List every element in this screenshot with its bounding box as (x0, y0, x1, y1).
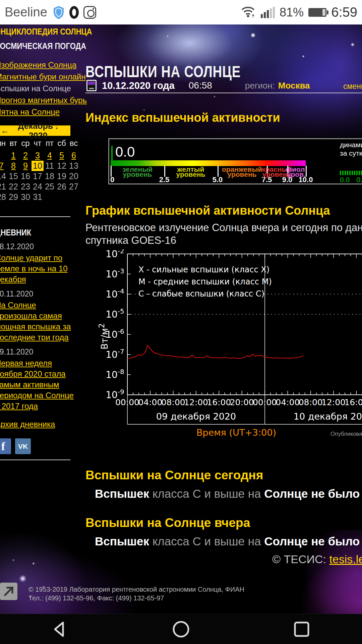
chart-legend-line: C - слабые вспышки (класс C) (138, 288, 272, 300)
sidebar-link: Вспышки на Солнце (0, 84, 80, 93)
svg-text:08:00: 08:00 (299, 397, 323, 407)
calendar-day[interactable]: 9 (19, 161, 32, 171)
diary-entry-date: 09.11.2020 (0, 347, 80, 357)
calendar-day[interactable]: 25 (44, 181, 56, 192)
calendar-day[interactable]: 5 (56, 150, 68, 161)
calendar-header: ← Декабрь : 2020 (0, 125, 70, 136)
diary-entry-link[interactable]: Первая неделя ноября 2020 стала самым ак… (0, 358, 80, 412)
calendar-weekday: сб (56, 138, 68, 148)
chart-legend-line: M - средние вспышки (класс M) (138, 276, 272, 288)
calendar-day[interactable]: 6 (68, 150, 80, 161)
dynamics-bars (340, 171, 362, 175)
calendar-day[interactable]: 31 (32, 192, 44, 202)
diary-entry: 30.11.2020На Солнце произошла самая мощн… (0, 289, 80, 343)
calendar-day[interactable]: 18 (44, 171, 56, 181)
diary-archive-link[interactable]: Архив дневника (0, 419, 80, 430)
recents-button[interactable] (291, 619, 312, 640)
calendar-day[interactable]: 21 (0, 181, 7, 192)
diary-entry-link[interactable]: На Солнце произошла самая мощная вспышка… (0, 300, 80, 343)
calendar-day[interactable]: 24 (32, 181, 44, 192)
calendar-day[interactable]: 17 (32, 171, 44, 181)
gauge-zone-label: зеленыйуровень (112, 167, 163, 177)
calendar-day[interactable]: 10 (32, 161, 44, 171)
svg-text:20:00: 20:00 (230, 397, 254, 407)
facebook-icon[interactable]: f (0, 438, 11, 454)
flares-yesterday-text: Вспышек класса C и выше на Солнце не был… (95, 535, 360, 548)
vk-icon[interactable]: VK (15, 438, 31, 454)
calendar-day[interactable]: 27 (68, 181, 80, 192)
calendar-day[interactable]: 11 (44, 161, 56, 171)
chart-y-axis-label: Вт/м2 (97, 323, 110, 350)
svg-text:12:00: 12:00 (184, 397, 208, 407)
sidebar-links: Изображения СолнцаМагнитные бури онлайнВ… (0, 60, 80, 117)
gauge-cursor (111, 146, 113, 161)
graph-section-heading: График вспышечной активности Солнца (85, 204, 330, 218)
tesis-link[interactable]: tesis.le (329, 553, 362, 566)
diary-entry-date: 08.12.2020 (0, 242, 80, 251)
sidebar-link[interactable]: Магнитные бури онлайн (0, 72, 80, 82)
sidebar-divider (0, 216, 70, 217)
calendar-day[interactable]: 30 (19, 192, 32, 202)
current-time: 06:58 (189, 80, 212, 91)
battery-percent: 81% (280, 5, 304, 19)
diary-entry: 09.11.2020Первая неделя ноября 2020 стал… (0, 347, 80, 412)
calendar-weekdays: пнвтсрчтптсбвс (0, 138, 80, 148)
calendar-day[interactable]: 8 (7, 161, 19, 171)
calendar-day[interactable]: 28 (0, 192, 7, 202)
publish-link[interactable]: Опубликовать (330, 431, 362, 437)
svg-text:10-8: 10-8 (106, 368, 124, 380)
sidebar-item-space-weather[interactable]: КОСМИЧЕСКАЯ ПОГОДА (0, 41, 70, 51)
dynamics-label: динамика за сутки (340, 141, 362, 157)
calendar-day[interactable]: 13 (68, 161, 80, 171)
home-button[interactable] (170, 619, 192, 640)
calendar-prev-arrow[interactable]: ← (0, 126, 12, 136)
calendar-day[interactable]: 15 (7, 171, 19, 181)
calendar-weekday: пт (44, 138, 56, 148)
svg-text:08:00: 08:00 (161, 397, 185, 407)
svg-text:10-3: 10-3 (106, 267, 124, 280)
change-region-link[interactable]: сменить (343, 82, 362, 91)
android-nav-bar (0, 614, 362, 644)
graph-subtitle: Рентгеновское излучение Солнца вчера и с… (85, 221, 362, 247)
page-title: ВСПЫШКИ НА СОЛНЦЕ (85, 62, 241, 81)
dynamics-values: 0.00.0 (340, 176, 362, 184)
diary-entries: 08.12.2020Солнце ударит по Земле в ночь … (0, 242, 80, 412)
calendar-title: Декабрь : 2020 (12, 121, 70, 141)
calendar-day[interactable]: 14 (0, 171, 7, 181)
calendar-day[interactable]: 20 (68, 171, 80, 181)
sidebar-link[interactable]: Прогноз магнитных бурь (0, 96, 80, 105)
calendar-day[interactable]: 1 (7, 150, 19, 161)
calendar-day[interactable]: 3 (32, 150, 44, 161)
sidebar-link[interactable]: Изображения Солнца (0, 60, 80, 70)
calendar-day[interactable]: 2 (19, 150, 32, 161)
calendar-day[interactable]: 4 (44, 150, 56, 161)
calendar-day[interactable]: 16 (19, 171, 32, 181)
calendar-day[interactable]: 12 (56, 161, 68, 171)
calendar-day[interactable]: 26 (56, 181, 68, 192)
calendar-day[interactable]: 19 (56, 171, 68, 181)
status-time: 6:59 (331, 5, 357, 20)
open-external-icon[interactable] (0, 583, 17, 600)
diary-entry-link[interactable]: Солнце ударит по Земле в ночь на 10 дека… (0, 253, 80, 285)
svg-text:00:00: 00:00 (115, 397, 139, 407)
region-value[interactable]: Москва (278, 80, 310, 91)
signal-icon (261, 7, 275, 18)
calendar-day[interactable]: 22 (7, 181, 19, 192)
calendar-day[interactable]: 23 (19, 181, 32, 192)
calendar-weekday: пн (0, 138, 7, 148)
status-bar: Beeline 81% 6:59 (0, 0, 362, 24)
sidebar-item-encyclopedia[interactable]: ЭНЦИКЛОПЕДИЯ СОЛНЦА (0, 27, 70, 37)
svg-text:10-5: 10-5 (106, 307, 124, 320)
copyright-line: © ТЕСИС: tesis.le (272, 553, 362, 566)
battery-icon (308, 8, 326, 17)
opera-notification-icon (69, 6, 79, 19)
calendar-date-icon (86, 80, 97, 91)
sidebar: ЭНЦИКЛОПЕДИЯ СОЛНЦА КОСМИЧЕСКАЯ ПОГОДА И… (0, 27, 80, 460)
back-button[interactable] (50, 619, 71, 640)
footer-text: © 1953-2019 Лаборатория рентгеновской ас… (28, 585, 244, 602)
calendar-day[interactable]: 7 (0, 161, 7, 171)
social-links: f VK (0, 438, 80, 454)
diary-title: ДНЕВНИК (0, 228, 70, 237)
sidebar-link[interactable]: Пятна на Солнце (0, 107, 80, 117)
calendar-day[interactable]: 29 (7, 192, 19, 202)
